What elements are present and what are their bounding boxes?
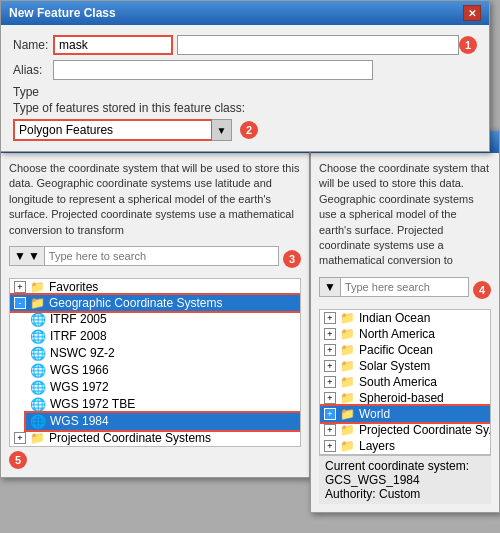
expander-projected-right[interactable]: +	[324, 424, 336, 436]
tree-item-wgs1972tbe[interactable]: 🌐 WGS 1972 TBE	[26, 396, 300, 413]
tree-item-pacific-ocean[interactable]: + 📁 Pacific Ocean	[320, 342, 490, 358]
feature-type-row: Polygon Features Point Features Polyline…	[13, 119, 477, 141]
expander-geographic[interactable]: -	[14, 297, 26, 309]
alias-label: Alias:	[13, 63, 53, 77]
type-label: Type	[13, 85, 477, 99]
tree-label-wgs1984: WGS 1984	[50, 414, 109, 428]
tree-item-layers-right[interactable]: + 📁 Layers	[320, 438, 490, 454]
right-filter-icon: ▼	[324, 280, 336, 294]
folder-icon-north-america: 📁	[340, 327, 355, 341]
globe-icon-wgs1972tbe: 🌐	[30, 397, 46, 412]
right-search-input[interactable]	[341, 279, 468, 295]
bottom-right-dialog: New Feature Class Choose the coordinate …	[310, 130, 500, 513]
folder-icon-spheroid: 📁	[340, 391, 355, 405]
expander-north-america[interactable]: +	[324, 328, 336, 340]
folder-icon-solar-system: 📁	[340, 359, 355, 373]
globe-icon-wgs1966: 🌐	[30, 363, 46, 378]
globe-icon-wgs1984: 🌐	[30, 414, 46, 429]
filter-arrow: ▼	[28, 249, 40, 263]
tree-item-itrf2008[interactable]: 🌐 ITRF 2008	[26, 328, 300, 345]
tree-label-nswc: NSWC 9Z-2	[50, 346, 115, 360]
expander-projected-left[interactable]: +	[14, 432, 26, 444]
name-row: Name: 1	[13, 35, 477, 55]
expander-world[interactable]: +	[324, 408, 336, 420]
tree-item-spheroid[interactable]: + 📁 Spheroid-based	[320, 390, 490, 406]
tree-label-spheroid: Spheroid-based	[359, 391, 444, 405]
tree-label-pacific-ocean: Pacific Ocean	[359, 343, 433, 357]
current-crs-authority: Authority: Custom	[325, 487, 485, 501]
tree-label-projected-left: Projected Coordinate Systems	[49, 431, 211, 445]
folder-icon-geographic: 📁	[30, 296, 45, 310]
right-filter-button[interactable]: ▼	[320, 278, 341, 296]
tree-item-world[interactable]: + 📁 World	[320, 406, 490, 422]
close-button[interactable]: ✕	[463, 5, 481, 21]
expander-spheroid[interactable]: +	[324, 392, 336, 404]
current-crs-section: Current coordinate system: GCS_WGS_1984 …	[319, 455, 491, 504]
expander-layers-right[interactable]: +	[324, 440, 336, 452]
left-search-input[interactable]	[45, 248, 278, 264]
tree-label-projected-right: Projected Coordinate Sy...	[359, 423, 491, 437]
name-label: Name:	[13, 38, 53, 52]
tree-item-south-america[interactable]: + 📁 South America	[320, 374, 490, 390]
right-search-bar: ▼	[319, 277, 469, 297]
current-crs-name: GCS_WGS_1984	[325, 473, 485, 487]
tree-item-north-america[interactable]: + 📁 North America	[320, 326, 490, 342]
tree-label-layers-right: Layers	[359, 439, 395, 453]
left-search-bar: ▼ ▼	[9, 246, 279, 266]
current-crs-label: Current coordinate system:	[325, 459, 485, 473]
tree-item-nswc[interactable]: 🌐 NSWC 9Z-2	[26, 345, 300, 362]
top-dialog-title: New Feature Class	[9, 6, 116, 20]
tree-label-itrf2005: ITRF 2005	[50, 312, 107, 326]
annotation-4: 4	[473, 281, 491, 299]
tree-item-geographic[interactable]: - 📁 Geographic Coordinate Systems	[10, 295, 300, 311]
globe-icon-nswc: 🌐	[30, 346, 46, 361]
folder-icon-projected-left: 📁	[30, 431, 45, 445]
tree-item-favorites[interactable]: + 📁 Favorites	[10, 279, 300, 295]
tree-label-solar-system: Solar System	[359, 359, 430, 373]
tree-item-projected-left[interactable]: + 📁 Projected Coordinate Systems	[10, 430, 300, 446]
expander-south-america[interactable]: +	[324, 376, 336, 388]
folder-icon-pacific-ocean: 📁	[340, 343, 355, 357]
name-input[interactable]	[53, 35, 173, 55]
tree-label-north-america: North America	[359, 327, 435, 341]
top-dialog: New Feature Class ✕ Name: 1 Alias: Type …	[0, 0, 490, 152]
left-filter-button[interactable]: ▼ ▼	[10, 247, 45, 265]
tree-item-projected-right[interactable]: + 📁 Projected Coordinate Sy...	[320, 422, 490, 438]
annotation-5: 5	[9, 451, 27, 469]
annotation-1: 1	[459, 36, 477, 54]
filter-icon: ▼	[14, 249, 26, 263]
tree-item-indian-ocean[interactable]: + 📁 Indian Ocean	[320, 310, 490, 326]
tree-label-indian-ocean: Indian Ocean	[359, 311, 430, 325]
folder-icon-layers-right: 📁	[340, 439, 355, 453]
folder-icon-indian-ocean: 📁	[340, 311, 355, 325]
top-dialog-titlebar: New Feature Class ✕	[1, 1, 489, 25]
type-section: Type Type of features stored in this fea…	[13, 85, 477, 141]
tree-item-wgs1972[interactable]: 🌐 WGS 1972	[26, 379, 300, 396]
tree-item-itrf2005[interactable]: 🌐 ITRF 2005	[26, 311, 300, 328]
folder-icon-south-america: 📁	[340, 375, 355, 389]
tree-label-wgs1966: WGS 1966	[50, 363, 109, 377]
name-extra-input[interactable]	[177, 35, 459, 55]
expander-solar-system[interactable]: +	[324, 360, 336, 372]
tree-label-favorites: Favorites	[49, 280, 98, 294]
tree-item-solar-system[interactable]: + 📁 Solar System	[320, 358, 490, 374]
geographic-children: 🌐 ITRF 2005 🌐 ITRF 2008 🌐 NSWC 9Z-2 🌐 WG…	[26, 311, 300, 430]
expander-favorites[interactable]: +	[14, 281, 26, 293]
tree-item-wgs1966[interactable]: 🌐 WGS 1966	[26, 362, 300, 379]
tree-item-wgs1984[interactable]: 🌐 WGS 1984	[26, 413, 300, 430]
alias-input[interactable]	[53, 60, 373, 80]
select-arrow-icon: ▼	[212, 119, 232, 141]
folder-icon-favorites: 📁	[30, 280, 45, 294]
bottom-left-dialog: New Feature Class Choose the coordinate …	[0, 130, 310, 478]
expander-pacific-ocean[interactable]: +	[324, 344, 336, 356]
top-dialog-body: Name: 1 Alias: Type Type of features sto…	[1, 25, 489, 151]
folder-icon-world: 📁	[340, 407, 355, 421]
expander-indian-ocean[interactable]: +	[324, 312, 336, 324]
globe-icon-itrf2005: 🌐	[30, 312, 46, 327]
annotation-3: 3	[283, 250, 301, 268]
bottom-left-body: Choose the coordinate system that will b…	[1, 153, 309, 477]
annotation-2: 2	[240, 121, 258, 139]
tree-label-world: World	[359, 407, 390, 421]
feature-type-select[interactable]: Polygon Features Point Features Polyline…	[13, 119, 213, 141]
bottom-right-desc: Choose the coordinate system that will b…	[319, 161, 491, 269]
